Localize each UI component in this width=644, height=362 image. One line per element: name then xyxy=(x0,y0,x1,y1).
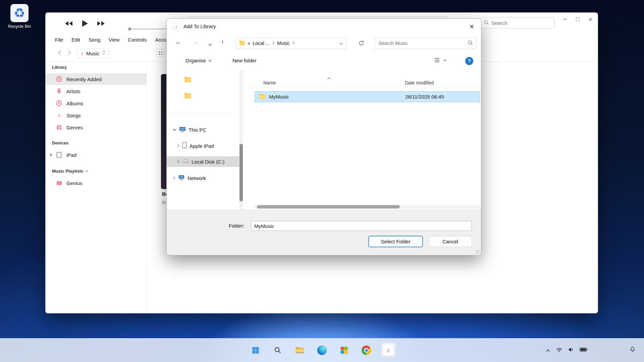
window-controls xyxy=(562,16,593,22)
column-divider[interactable] xyxy=(401,79,401,86)
sidebar-item-recently-added[interactable]: Recently Added xyxy=(46,73,146,85)
volume-knob[interactable] xyxy=(128,27,131,31)
tree-scrollbar[interactable] xyxy=(239,70,243,210)
sidebar-item-genres[interactable]: Genres xyxy=(46,122,146,133)
up-arrow-icon[interactable]: ↑ xyxy=(221,39,224,45)
record-icon xyxy=(56,100,62,107)
recycle-bin[interactable]: ♻ Recycle Bin xyxy=(3,4,36,29)
menu-controls[interactable]: Controls xyxy=(128,37,147,43)
column-date-modified[interactable]: Date modified xyxy=(405,80,434,85)
new-folder-button[interactable]: New folder xyxy=(232,58,257,63)
tree-item-local-disk-c[interactable]: Local Disk (C:) xyxy=(167,156,239,167)
breadcrumb-overflow[interactable]: « xyxy=(248,41,250,46)
volume-icon[interactable] xyxy=(568,347,574,354)
folder-icon xyxy=(239,40,245,46)
organise-menu[interactable]: Organise xyxy=(185,58,212,63)
atom-icon xyxy=(56,180,62,186)
volume-slider[interactable] xyxy=(129,28,168,29)
hidden-icons-chevron-icon[interactable] xyxy=(546,347,550,353)
chevron-down-icon[interactable] xyxy=(339,41,343,46)
microsoft-store-icon[interactable] xyxy=(337,343,352,358)
miniplayer-icon[interactable] xyxy=(156,49,164,57)
folder-icon xyxy=(259,94,266,100)
tree-folder-icon[interactable] xyxy=(184,76,192,83)
dialog-nav-toolbar: ← → ↑ « Local ... Music xyxy=(167,34,481,53)
menu-bar: File Edit Song View Controls Account xyxy=(55,37,173,43)
chrome-icon[interactable] xyxy=(359,343,374,358)
library-selector[interactable]: ♪ Music xyxy=(77,48,109,58)
column-name[interactable]: Name xyxy=(263,80,276,85)
file-explorer-icon[interactable] xyxy=(292,343,307,358)
menu-edit[interactable]: Edit xyxy=(71,37,80,43)
dialog-bottom-bar: Folder: Select Folder Cancel xyxy=(167,210,481,255)
rewind-button[interactable] xyxy=(64,20,73,28)
app-search-input[interactable] xyxy=(491,20,558,26)
close-icon[interactable] xyxy=(587,16,593,22)
help-button[interactable]: ? xyxy=(465,57,473,65)
wifi-icon[interactable] xyxy=(556,347,562,354)
chevron-right-icon[interactable] xyxy=(272,41,275,46)
chevron-down-icon[interactable] xyxy=(85,170,88,172)
fast-forward-button[interactable] xyxy=(97,20,105,28)
tree-item-apple-ipad[interactable]: Apple iPad xyxy=(167,140,239,151)
breadcrumb[interactable]: « Local ... Music xyxy=(236,38,346,49)
playlists-header: Music Playlists xyxy=(52,169,88,174)
taskbar-search-icon[interactable] xyxy=(270,343,285,358)
sidebar-item-songs[interactable]: ♪ Songs xyxy=(46,110,146,121)
file-list-pane: Name Date modified MyMusic 26/11/2025 06… xyxy=(245,70,480,210)
notification-bell-icon[interactable] xyxy=(629,346,636,354)
chevron-right-icon[interactable] xyxy=(177,160,179,164)
chevron-down-icon[interactable] xyxy=(173,129,176,131)
dialog-close-icon[interactable] xyxy=(465,21,478,32)
forward-chevron-icon[interactable] xyxy=(67,50,71,57)
breadcrumb-item[interactable]: Music xyxy=(277,41,290,46)
music-app-icon: ♪ xyxy=(173,22,180,30)
view-options-icon[interactable] xyxy=(434,58,446,63)
back-arrow-icon[interactable]: ← xyxy=(175,39,181,45)
music-app-taskbar-icon[interactable]: ♪ xyxy=(381,343,396,358)
edge-icon[interactable] xyxy=(315,343,329,358)
tree-scrollbar-thumb[interactable] xyxy=(239,144,243,201)
sort-ascending-icon[interactable] xyxy=(327,77,331,79)
folder-name-input[interactable] xyxy=(251,221,472,231)
recent-locations-chevron-icon[interactable] xyxy=(208,41,212,47)
maximize-icon[interactable] xyxy=(575,16,581,22)
tree-folder-icon[interactable] xyxy=(184,93,192,100)
sidebar-item-artists[interactable]: Artists xyxy=(46,85,146,97)
horizontal-scrollbar-thumb[interactable] xyxy=(257,205,400,208)
tree-item-network[interactable]: Network xyxy=(167,173,239,183)
refresh-icon[interactable] xyxy=(359,40,364,47)
battery-icon[interactable] xyxy=(580,347,588,354)
sidebar-item-ipad[interactable]: iPad xyxy=(46,149,146,161)
back-chevron-icon[interactable] xyxy=(58,50,61,57)
dialog-search-box[interactable] xyxy=(375,38,477,49)
network-icon xyxy=(178,175,185,181)
file-row-selected[interactable]: MyMusic 26/11/2025 06:45 xyxy=(255,91,480,102)
menu-view[interactable]: View xyxy=(109,37,119,43)
dialog-title: Add To Library xyxy=(183,23,216,29)
chevron-right-icon[interactable] xyxy=(173,176,175,180)
search-icon[interactable] xyxy=(468,40,473,46)
tree-item-this-pc[interactable]: This PC xyxy=(167,124,239,135)
minimize-icon[interactable] xyxy=(562,16,568,22)
sidebar-item-albums[interactable]: Albums xyxy=(46,98,146,109)
dialog-search-input[interactable] xyxy=(378,41,468,46)
start-icon[interactable] xyxy=(248,343,263,358)
select-folder-button[interactable]: Select Folder xyxy=(369,236,423,247)
horizontal-scrollbar[interactable] xyxy=(255,205,480,209)
dialog-command-bar: Organise New folder ? xyxy=(167,53,481,70)
menu-song[interactable]: Song xyxy=(89,37,100,43)
cancel-button[interactable]: Cancel xyxy=(429,236,472,247)
sidebar-item-genius[interactable]: Genius xyxy=(46,177,146,189)
app-search-box[interactable] xyxy=(480,17,554,28)
forward-arrow-icon[interactable]: → xyxy=(193,39,199,45)
resize-grip[interactable] xyxy=(476,250,480,254)
breadcrumb-item[interactable]: Local ... xyxy=(253,41,270,46)
chevron-right-icon[interactable] xyxy=(177,144,179,148)
navigation-row: ♪ Music xyxy=(58,48,109,58)
chevron-right-icon[interactable] xyxy=(292,41,295,46)
menu-file[interactable]: File xyxy=(55,37,63,43)
tree-divider xyxy=(171,113,234,114)
expand-triangle-icon[interactable] xyxy=(50,154,52,156)
play-button[interactable] xyxy=(81,19,89,29)
